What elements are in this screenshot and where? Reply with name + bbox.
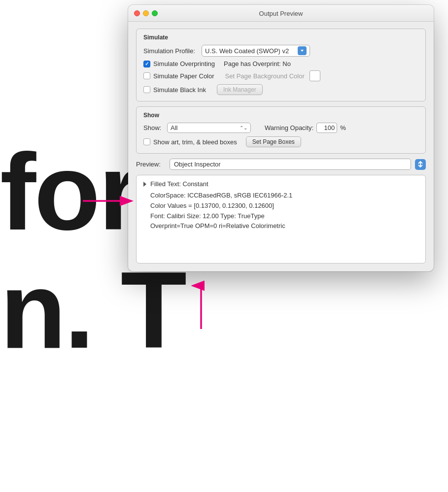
output-preview-dialog: Output Preview Simulate Simulation Profi… xyxy=(128,5,434,271)
inspector-line-3: Overprint=True OPM=0 ri=Relative Colorim… xyxy=(150,221,418,231)
simulation-profile-arrow xyxy=(298,46,307,55)
show-up-down-arrows: ⌃⌄ xyxy=(240,125,247,131)
traffic-lights xyxy=(134,10,158,16)
show-art-trim-row: Show art, trim, & bleed boxes Set Page B… xyxy=(143,136,418,147)
inspector-panel: Filled Text: Constant ColorSpace: ICCBas… xyxy=(136,175,426,263)
preview-label: Preview: xyxy=(136,161,166,168)
inspector-body: ColorSpace: ICCBasedRGB, sRGB IEC61966-2… xyxy=(143,191,418,231)
show-select-wrapper[interactable]: All ⌃⌄ xyxy=(167,123,251,133)
preview-select-wrapper[interactable] xyxy=(170,159,411,170)
simulation-profile-label: Simulation Profile: xyxy=(143,47,198,55)
simulate-black-ink-label: Simulate Black Ink xyxy=(153,86,206,94)
simulate-panel: Simulate Simulation Profile: U.S. Web Co… xyxy=(136,29,426,101)
set-page-background-color-label: Set Page Background Color xyxy=(225,72,305,80)
show-art-trim-label: Show art, trim, & bleed boxes xyxy=(153,138,237,146)
arrow-up-annotation xyxy=(191,281,211,330)
inspector-title: Filled Text: Constant xyxy=(150,180,208,188)
simulate-overprinting-checkbox[interactable] xyxy=(143,61,150,67)
simulation-profile-row: Simulation Profile: U.S. Web Coated (SWO… xyxy=(143,45,418,57)
arrow-right-annotation xyxy=(83,192,137,210)
simulate-black-ink-row: Simulate Black Ink Ink Manager xyxy=(143,84,418,95)
preview-input[interactable] xyxy=(174,161,407,168)
warning-opacity-pct: % xyxy=(340,124,346,131)
warning-opacity-label: Warning Opacity: xyxy=(265,124,313,131)
close-button[interactable] xyxy=(134,10,140,16)
preview-dropdown-button[interactable] xyxy=(415,159,426,170)
show-select[interactable]: All xyxy=(171,124,238,131)
simulate-paper-color-label: Simulate Paper Color xyxy=(153,72,214,80)
background-color-swatch[interactable] xyxy=(310,70,320,81)
simulation-profile-select[interactable]: U.S. Web Coated (SWOP) v2 xyxy=(205,47,296,55)
warning-opacity-row: Warning Opacity: % xyxy=(265,123,346,133)
dialog-content: Simulate Simulation Profile: U.S. Web Co… xyxy=(128,22,434,271)
simulate-black-ink-checkbox[interactable] xyxy=(143,86,150,93)
window-title: Output Preview xyxy=(259,10,303,17)
show-row: Show: All ⌃⌄ Warning Opacity: % xyxy=(143,123,418,133)
inspector-line-2: Font: Calibri Size: 12.00 Type: TrueType xyxy=(150,211,418,222)
show-panel: Show Show: All ⌃⌄ Warning Opacity: % xyxy=(136,106,426,154)
simulate-overprinting-row: Simulate Overprinting Page has Overprint… xyxy=(143,60,418,67)
minimize-button[interactable] xyxy=(143,10,149,16)
simulate-paper-color-checkbox[interactable] xyxy=(143,72,150,79)
inspector-line-0: ColorSpace: ICCBasedRGB, sRGB IEC61966-2… xyxy=(150,191,418,201)
inspector-header: Filled Text: Constant xyxy=(143,180,418,188)
show-label: Show: xyxy=(143,124,163,131)
simulation-profile-select-wrapper[interactable]: U.S. Web Coated (SWOP) v2 xyxy=(202,45,310,57)
maximize-button[interactable] xyxy=(152,10,158,16)
show-art-trim-checkbox[interactable] xyxy=(143,138,150,145)
simulate-paper-color-row: Simulate Paper Color Set Page Background… xyxy=(143,70,418,81)
show-section-label: Show xyxy=(143,112,418,119)
simulate-overprinting-label: Simulate Overprinting xyxy=(153,60,215,67)
simulate-section-label: Simulate xyxy=(143,34,418,41)
page-has-overprint-label: Page has Overprint: No xyxy=(224,60,291,67)
collapse-triangle-icon[interactable] xyxy=(143,182,146,187)
preview-row: Preview: xyxy=(136,159,426,170)
titlebar: Output Preview xyxy=(128,5,434,22)
warning-opacity-input[interactable] xyxy=(316,123,337,133)
set-page-boxes-button[interactable]: Set Page Boxes xyxy=(246,136,301,147)
inspector-line-1: Color Values = [0.13700, 0.12300, 0.1260… xyxy=(150,201,418,211)
ink-manager-button[interactable]: Ink Manager xyxy=(217,84,263,95)
